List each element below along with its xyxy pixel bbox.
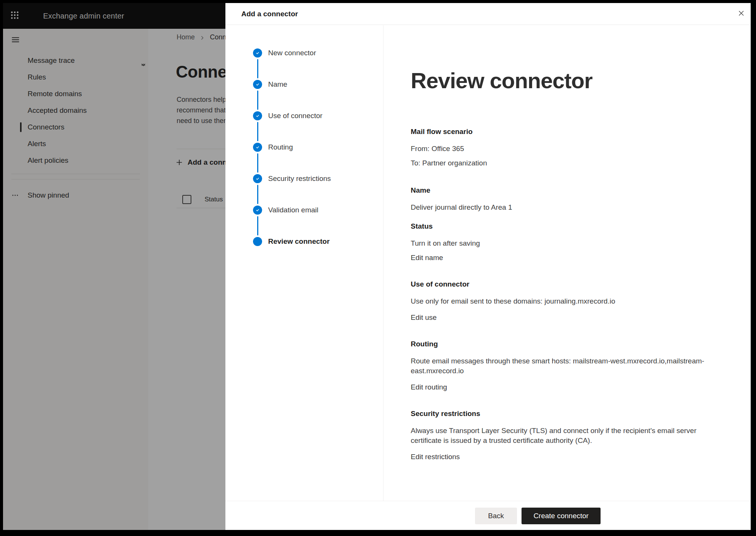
step-current-dot-icon <box>253 237 262 246</box>
add-connector-dialog: Add a connector New connector Name Use o… <box>225 3 751 530</box>
dialog-footer: Back Create connector <box>225 501 751 530</box>
select-all-checkbox[interactable] <box>182 195 191 204</box>
use-of-connector-value: Use only for email sent to these domains… <box>411 296 713 306</box>
sidebar-nav: Home Recipients Mail flow Message trace … <box>3 52 148 169</box>
create-connector-button[interactable]: Create connector <box>522 508 601 524</box>
app-launcher-button[interactable] <box>3 3 26 29</box>
page-description-line: recommend that <box>177 105 226 115</box>
routing-section: Routing Route email messages through the… <box>411 340 736 391</box>
chevron-down-icon <box>140 61 147 69</box>
edit-routing-link[interactable]: Edit routing <box>411 383 447 391</box>
plus-icon <box>175 158 183 167</box>
security-restrictions-section: Security restrictions Always use Transpo… <box>411 410 736 461</box>
sidebar-item-accepted-domains[interactable]: Accepted domains <box>3 102 148 119</box>
close-icon <box>737 9 745 19</box>
wizard-step-security-restrictions[interactable]: Security restrictions <box>253 174 383 206</box>
edit-use-link[interactable]: Edit use <box>411 313 437 322</box>
add-connector-button[interactable]: Add a conn <box>175 157 227 168</box>
status-value: Turn it on after saving <box>411 238 713 248</box>
breadcrumb: Home Conne <box>177 33 230 41</box>
security-restrictions-value: Always use Transport Layer Security (TLS… <box>411 426 713 446</box>
wizard-step-review-connector[interactable]: Review connector <box>253 237 383 268</box>
wizard-step-validation-email[interactable]: Validation email <box>253 206 383 237</box>
dialog-title: Add a connector <box>241 10 298 18</box>
step-completed-check-icon <box>253 48 262 58</box>
wizard-step-use-of-connector[interactable]: Use of connector <box>253 111 383 143</box>
dialog-body: New connector Name Use of connector Rout… <box>225 25 751 501</box>
name-section: Name Deliver journal directly to Area 1 … <box>411 186 736 262</box>
sidebar-item-message-trace[interactable]: Message trace <box>3 52 148 69</box>
add-connector-button-label: Add a conn <box>188 158 227 167</box>
connector-name-value: Deliver journal directly to Area 1 <box>411 203 713 212</box>
routing-value: Route email messages through these smart… <box>411 356 713 376</box>
app-title: Exchange admin center <box>43 12 124 20</box>
chevron-right-icon <box>199 35 205 41</box>
step-completed-check-icon <box>253 174 262 183</box>
review-connector-heading: Review connector <box>411 69 736 93</box>
app-launcher-icon <box>10 10 20 22</box>
step-completed-check-icon <box>253 206 262 215</box>
page-description: Connectors help recommend that need to u… <box>177 94 226 126</box>
edit-restrictions-link[interactable]: Edit restrictions <box>411 453 460 461</box>
page-description-line: Connectors help <box>177 94 226 105</box>
mail-flow-from: From: Office 365 <box>411 144 713 154</box>
status-title: Status <box>411 222 736 231</box>
section-title: Security restrictions <box>411 410 736 418</box>
page-description-line: need to use ther <box>177 115 226 126</box>
sidebar-item-show-pinned[interactable]: Show pinned <box>3 184 148 206</box>
sidebar-item-alerts[interactable]: Alerts <box>3 136 148 152</box>
edit-name-link[interactable]: Edit name <box>411 254 443 262</box>
mail-flow-to: To: Partner organization <box>411 158 713 168</box>
step-completed-check-icon <box>253 111 262 120</box>
section-title: Routing <box>411 340 736 348</box>
app-window: Exchange admin center Home Recipients Ma… <box>3 3 751 530</box>
step-completed-check-icon <box>253 80 262 89</box>
sidebar-divider <box>11 179 140 179</box>
back-button[interactable]: Back <box>475 508 517 524</box>
mail-flow-scenario-section: Mail flow scenario From: Office 365 To: … <box>411 128 736 168</box>
wizard-step-new-connector[interactable]: New connector <box>253 48 383 80</box>
section-title: Use of connector <box>411 280 736 288</box>
more-icon <box>11 191 20 200</box>
hamburger-icon <box>11 35 20 46</box>
step-completed-check-icon <box>253 143 262 152</box>
sidebar-item-label: Show pinned <box>28 191 69 199</box>
breadcrumb-home-link[interactable]: Home <box>177 33 195 41</box>
review-connector-panel: Review connector Mail flow scenario From… <box>383 25 751 501</box>
hamburger-button[interactable] <box>7 32 24 49</box>
wizard-step-name[interactable]: Name <box>253 80 383 111</box>
sidebar-item-connectors[interactable]: Connectors <box>3 119 148 136</box>
sidebar-divider <box>11 174 140 174</box>
dialog-header: Add a connector <box>225 3 751 25</box>
sidebar-item-remote-domains[interactable]: Remote domains <box>3 86 148 102</box>
sidebar: Home Recipients Mail flow Message trace … <box>3 29 148 530</box>
close-button[interactable] <box>734 6 748 21</box>
sidebar-item-rules[interactable]: Rules <box>3 69 148 86</box>
status-column-header: Status <box>205 196 223 203</box>
wizard-steps: New connector Name Use of connector Rout… <box>225 25 383 501</box>
section-title: Mail flow scenario <box>411 128 736 136</box>
sidebar-item-alert-policies[interactable]: Alert policies <box>3 152 148 169</box>
use-of-connector-section: Use of connector Use only for email sent… <box>411 280 736 322</box>
wizard-step-routing[interactable]: Routing <box>253 143 383 174</box>
connectors-table-header: Status <box>182 195 223 204</box>
section-title: Name <box>411 186 736 195</box>
